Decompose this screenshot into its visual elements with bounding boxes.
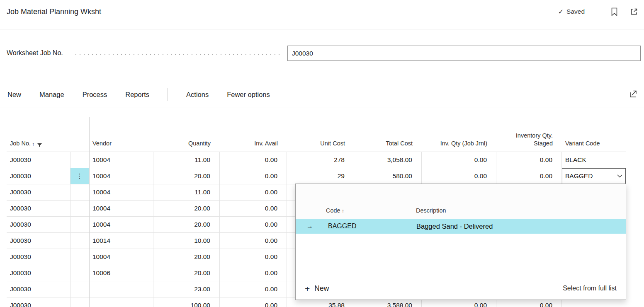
popout-button[interactable] <box>630 7 638 16</box>
cell-row-options <box>70 233 89 249</box>
cell-job-no[interactable]: J00030 <box>7 152 70 168</box>
cell-quantity[interactable]: 20.00 <box>153 168 220 184</box>
cell-quantity[interactable]: 20.00 <box>153 265 220 281</box>
page-title: Job Material Planning Wksht <box>7 7 101 16</box>
ellipsis-icon: ⋮ <box>77 172 83 180</box>
cell-vendor[interactable]: 10004 <box>89 201 153 216</box>
column-header-inv-qty-job-jrnl[interactable]: Inv. Qty (Job Jrnl) <box>422 140 496 152</box>
cell-vendor[interactable] <box>89 297 153 307</box>
menu-item-manage[interactable]: Manage <box>39 91 64 99</box>
cell-job-no[interactable]: J00030 <box>7 297 70 307</box>
column-header-unit-cost[interactable]: Unit Cost <box>287 140 354 152</box>
action-bar: New Manage Process Reports Actions Fewer… <box>0 86 270 103</box>
cell-inv-avail[interactable]: 0.00 <box>220 297 287 307</box>
column-header-job-no[interactable]: Job No. ↑ <box>7 140 70 152</box>
cell-vendor[interactable]: 10004 <box>89 168 153 184</box>
cell-inv-qty-job-jrnl[interactable]: 0.00 <box>422 152 496 168</box>
cell-quantity[interactable]: 11.00 <box>153 152 220 168</box>
cell-quantity[interactable]: 23.00 <box>153 281 220 297</box>
variant-dropdown: Code↑ Description → BAGGED Bagged Sand -… <box>295 184 626 300</box>
worksheet-job-input[interactable] <box>287 46 641 61</box>
column-header-quantity[interactable]: Quantity <box>153 140 220 152</box>
cell-inv-avail[interactable]: 0.00 <box>220 152 287 168</box>
new-button[interactable]: + New <box>305 284 329 293</box>
dropdown-row[interactable]: → BAGGED Bagged Sand - Delivered <box>296 219 626 234</box>
cell-inv-qty-job-jrnl[interactable]: 0.00 <box>422 168 496 184</box>
cell-inv-avail[interactable]: 0.00 <box>220 201 287 216</box>
cell-inv-qty-staged[interactable]: 0.00 <box>496 152 562 168</box>
dropdown-column-header-code[interactable]: Code↑ <box>326 207 344 214</box>
column-header-variant-code[interactable]: Variant Code <box>562 140 626 152</box>
cell-inv-avail[interactable]: 0.00 <box>220 265 287 281</box>
cell-job-no[interactable]: J00030 <box>7 201 70 216</box>
bookmark-icon <box>610 7 618 16</box>
cell-vendor[interactable]: 10014 <box>89 233 153 249</box>
cell-variant-code[interactable]: BLACK <box>562 152 626 168</box>
cell-vendor[interactable] <box>89 281 153 297</box>
dropdown-column-header-description[interactable]: Description <box>416 207 446 214</box>
cell-inv-avail[interactable]: 0.00 <box>220 217 287 232</box>
cell-row-options <box>70 152 89 168</box>
bookmark-button[interactable] <box>610 7 618 16</box>
cell-job-no[interactable]: J00030 <box>7 233 70 249</box>
variant-code-link[interactable]: BAGGED <box>328 222 356 230</box>
cell-inv-avail[interactable]: 0.00 <box>220 233 287 249</box>
column-header-vendor[interactable]: Vendor <box>89 140 153 152</box>
cell-quantity[interactable]: 20.00 <box>153 249 220 265</box>
menu-item-reports[interactable]: Reports <box>125 91 149 99</box>
cell-vendor[interactable]: 10004 <box>89 152 153 168</box>
cell-inv-avail[interactable]: 0.00 <box>220 249 287 265</box>
column-header-inv-avail[interactable]: Inv. Avail <box>220 140 287 152</box>
cell-inv-qty-staged[interactable]: 0.00 <box>496 168 562 184</box>
cell-quantity[interactable]: 20.00 <box>153 201 220 216</box>
sort-ascending-icon: ↑ <box>342 208 345 214</box>
cell-inv-avail[interactable]: 0.00 <box>220 168 287 184</box>
cell-job-no[interactable]: J00030 <box>7 265 70 281</box>
cell-quantity[interactable]: 100.00 <box>153 297 220 307</box>
filter-icon <box>37 143 42 147</box>
cell-job-no[interactable]: J00030 <box>7 249 70 265</box>
column-label: Code <box>326 207 340 214</box>
menu-item-actions[interactable]: Actions <box>186 91 209 99</box>
divider <box>0 107 644 107</box>
variant-combobox[interactable]: BAGGED <box>562 168 626 184</box>
cell-quantity[interactable]: 11.00 <box>153 184 220 200</box>
chevron-down-icon[interactable] <box>617 174 622 178</box>
sort-ascending-icon: ↑ <box>32 140 35 148</box>
cell-unit-cost[interactable]: 278 <box>287 152 354 168</box>
title-actions: ✓ Saved <box>558 7 638 16</box>
share-button[interactable] <box>629 90 637 98</box>
cell-vendor[interactable]: 10004 <box>89 184 153 200</box>
menu-item-new[interactable]: New <box>7 91 21 99</box>
select-from-full-list-link[interactable]: Select from full list <box>563 285 617 292</box>
variant-value: BAGGED <box>565 172 593 180</box>
row-options-button[interactable]: ⋮ <box>70 168 89 184</box>
cell-job-no[interactable]: J00030 <box>7 184 70 200</box>
cell-row-options <box>70 281 89 297</box>
cell-row-options <box>70 184 89 200</box>
divider <box>0 81 644 81</box>
column-header-total-cost[interactable]: Total Cost <box>354 140 422 152</box>
cell-quantity[interactable]: 10.00 <box>153 233 220 249</box>
cell-job-no[interactable]: J00030 <box>7 217 70 232</box>
menu-item-fewer-options[interactable]: Fewer options <box>227 91 270 99</box>
cell-inv-avail[interactable]: 0.00 <box>220 184 287 200</box>
cell-vendor[interactable]: 10006 <box>89 265 153 281</box>
cell-total-cost[interactable]: 580.00 <box>354 168 422 184</box>
table-header: Job No. ↑ Vendor Quantity Inv. Avail Uni… <box>7 117 626 152</box>
plus-icon: + <box>305 284 310 293</box>
cell-job-no[interactable]: J00030 <box>7 168 70 184</box>
cell-total-cost[interactable]: 3,058.00 <box>354 152 422 168</box>
dropdown-footer: + New Select from full list <box>296 277 626 300</box>
cell-row-options <box>70 265 89 281</box>
cell-job-no[interactable]: J00030 <box>7 281 70 297</box>
table-row: J00030 10004 11.00 0.00 278 3,058.00 0.0… <box>7 152 626 168</box>
column-header-inventory-qty-staged[interactable]: Inventory Qty. Staged <box>496 132 562 152</box>
cell-inv-avail[interactable]: 0.00 <box>220 281 287 297</box>
cell-quantity[interactable]: 20.00 <box>153 217 220 232</box>
cell-vendor[interactable]: 10004 <box>89 217 153 232</box>
cell-unit-cost[interactable]: 29 <box>287 168 354 184</box>
cell-vendor[interactable]: 10004 <box>89 249 153 265</box>
menu-item-process[interactable]: Process <box>83 91 107 99</box>
dropdown-spacer <box>296 184 626 202</box>
